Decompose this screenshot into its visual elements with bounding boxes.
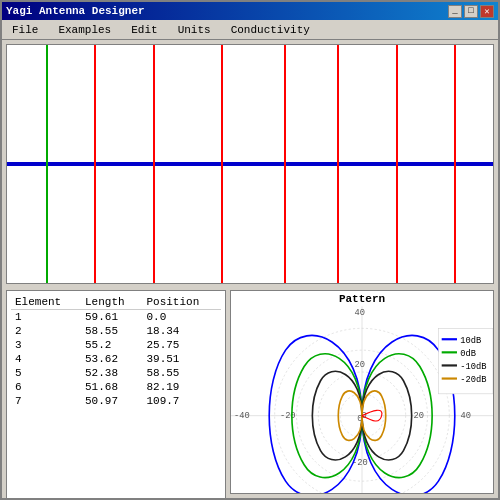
antenna-element-7 [396, 45, 398, 283]
svg-text:20: 20 [355, 360, 365, 370]
svg-text:0dB: 0dB [460, 349, 476, 359]
antenna-baseline [7, 162, 493, 166]
antenna-element-2 [94, 45, 96, 283]
col-header-position: Position [142, 295, 221, 310]
col-header-element: Element [11, 295, 81, 310]
antenna-element-5 [284, 45, 286, 283]
menu-file[interactable]: File [6, 22, 44, 38]
menu-examples[interactable]: Examples [52, 22, 117, 38]
maximize-button[interactable]: □ [464, 5, 478, 18]
table-row: 355.225.75 [11, 338, 221, 352]
antenna-element-8 [454, 45, 456, 283]
col-header-length: Length [81, 295, 142, 310]
title-bar-controls: _ □ ✕ [448, 5, 494, 18]
antenna-element-6 [337, 45, 339, 283]
svg-text:40: 40 [355, 308, 365, 318]
pattern-area: Pattern 40 20 0 [230, 290, 494, 494]
svg-text:10dB: 10dB [460, 336, 481, 346]
table-row: 453.6239.51 [11, 352, 221, 366]
antenna-element-4 [221, 45, 223, 283]
menu-conductivity[interactable]: Conductivity [225, 22, 316, 38]
menu-edit[interactable]: Edit [125, 22, 163, 38]
table-row: 258.5518.34 [11, 324, 221, 338]
main-window: Yagi Antenna Designer _ □ ✕ File Example… [0, 0, 500, 500]
menu-bar: File Examples Edit Units Conductivity [2, 20, 498, 40]
table-row: 750.97109.7 [11, 394, 221, 408]
title-bar: Yagi Antenna Designer _ □ ✕ [2, 2, 498, 20]
svg-text:20: 20 [414, 411, 424, 421]
table-row: 552.3858.55 [11, 366, 221, 380]
main-area: Element Length Position 159.610.0258.551… [2, 40, 498, 498]
menu-units[interactable]: Units [172, 22, 217, 38]
pattern-title: Pattern [339, 293, 385, 305]
svg-text:-20dB: -20dB [460, 375, 486, 385]
left-panel: Element Length Position 159.610.0258.551… [6, 290, 226, 494]
minimize-button[interactable]: _ [448, 5, 462, 18]
antenna-element-3 [153, 45, 155, 283]
svg-text:40: 40 [460, 411, 470, 421]
table-row: 651.6882.19 [11, 380, 221, 394]
table-row: 159.610.0 [11, 310, 221, 325]
svg-text:-40: -40 [234, 411, 250, 421]
close-button[interactable]: ✕ [480, 5, 494, 18]
svg-text:-10dB: -10dB [460, 362, 486, 372]
svg-text:-20: -20 [280, 411, 296, 421]
antenna-visualization [6, 44, 494, 284]
element-table: Element Length Position 159.610.0258.551… [6, 290, 226, 498]
pattern-svg: 40 20 0 -20 -40 -40 -20 0 20 40 [231, 305, 493, 494]
pattern-canvas: 40 20 0 -20 -40 -40 -20 0 20 40 [231, 305, 493, 494]
bottom-area: Element Length Position 159.610.0258.551… [2, 288, 498, 498]
antenna-element-1 [46, 45, 48, 283]
window-title: Yagi Antenna Designer [6, 5, 145, 17]
